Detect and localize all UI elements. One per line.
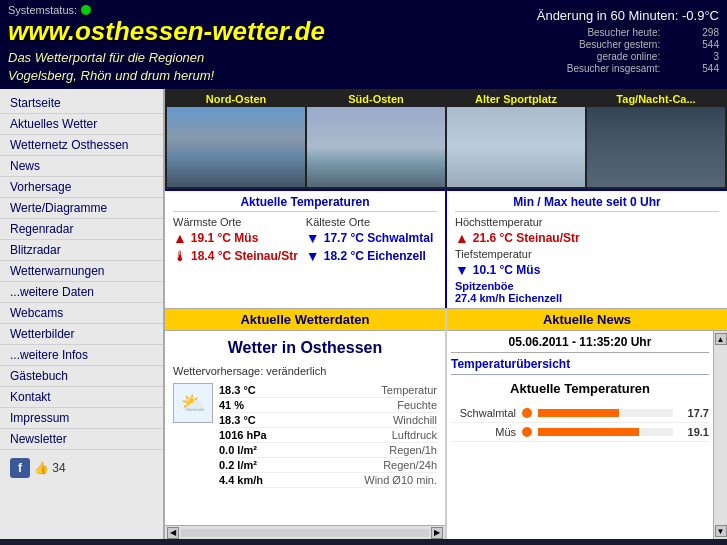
besucher-heute-label: Besucher heute: [537,27,660,38]
sidebar-item-vorhersage[interactable]: Vorhersage [0,177,163,198]
spitzenboee-row: Spitzenböe 27.4 km/h Eichenzell [455,280,719,304]
wetter-box-title: Aktuelle Wetterdaten [165,309,445,331]
news-date: 05.06.2011 - 11:35:20 Uhr [451,335,709,353]
scroll-up-btn[interactable]: ▲ [715,333,727,345]
sidebar-item-blitzradar[interactable]: Blitzradar [0,240,163,261]
stat-luftdruck-label: Luftdruck [392,429,437,441]
thermometer-cold-icon: ▼ [306,230,320,246]
tiefst-row: Tiefstemperatur [455,248,719,260]
hoechst-val-row: ▲ 21.6 °C Steinau/Str [455,230,719,246]
stat-regen1h-val: 0.0 l/m² [219,444,279,456]
scroll-right-btn[interactable]: ▶ [431,527,443,539]
tagline: Das Wetterportal für die Regionen Vogels… [8,49,214,85]
chart-place-schwalmtal: Schwalmtal [451,407,516,419]
horizontal-scrollbar[interactable]: ◀ ▶ [165,525,445,539]
webcam-sued-osten-label: Süd-Osten [348,91,404,107]
sidebar-item-wetternetz[interactable]: Wetternetz Osthessen [0,135,163,156]
scroll-track [181,529,429,537]
waermste-label: Wärmste Orte [173,216,298,228]
weather-stats: 18.3 °C Temperatur 41 % Feuchte 18.3 °C … [219,383,437,488]
webcam-tagnacht-label: Tag/Nacht-Ca... [616,91,695,107]
stat-regen24h-label: Regen/24h [383,459,437,471]
wetter-data-rows: ⛅ 18.3 °C Temperatur 41 % Feuchte [173,383,437,488]
sidebar-item-webcams[interactable]: Webcams [0,303,163,324]
tiefst-label: Tiefstemperatur [455,248,532,260]
thermometer-up-icon: ▲ [173,230,187,246]
hoechst-label: Höchsttemperatur [455,216,542,228]
chart-row-schwalmtal: Schwalmtal 17.7 [451,404,709,423]
webcam-strip: Nord-Osten Süd-Osten Alter Sportplatz Ta… [165,89,727,189]
chart-bar-schwalmtal [538,409,619,417]
spitzenboee-val: 27.4 km/h Eichenzell [455,292,562,304]
besucher-gestern-label: Besucher gestern: [537,39,660,50]
facebook-icon: f [10,458,30,478]
bottom-section: Aktuelle Wetterdaten Wetter in Osthessen… [165,309,727,539]
tiefst-val: 10.1 °C Müs [473,263,541,277]
webcam-sportplatz[interactable]: Alter Sportplatz [447,91,585,187]
spitzenboee-label: Spitzenböe [455,280,514,292]
stat-windchill-label: Windchill [393,414,437,426]
sidebar-item-impressum[interactable]: Impressum [0,408,163,429]
aktuelle-temperaturen: Aktuelle Temperaturen Wärmste Orte ▲ 19.… [165,191,447,308]
webcam-nord-osten[interactable]: Nord-Osten [167,91,305,187]
waermste1-val: 19.1 °C Müs [191,231,259,245]
sidebar-item-regenradar[interactable]: Regenradar [0,219,163,240]
chart-bar-schwalmtal-container [538,409,673,417]
chart-val-mues: 19.1 [679,426,709,438]
stat-temp-label: Temperatur [381,384,437,396]
sidebar-item-kontakt[interactable]: Kontakt [0,387,163,408]
stat-temp-val: 18.3 °C [219,384,279,396]
scroll-down-btn[interactable]: ▼ [715,525,727,537]
sidebar-item-weitere-daten[interactable]: ...weitere Daten [0,282,163,303]
aktuelle-temp-title: Aktuelle Temperaturen [173,195,437,212]
min-max-temperaturen: Min / Max heute seit 0 Uhr Höchsttempera… [447,191,727,308]
kaelteste-orte: Kälteste Orte ▼ 17.7 °C Schwalmtal ▼ 18.… [306,216,433,266]
webcam-tagnacht[interactable]: Tag/Nacht-Ca... [587,91,725,187]
hoechst-row: Höchsttemperatur [455,216,719,228]
temp-change: Änderung in 60 Minuten: -0.9°C [537,8,719,23]
stat-wind-label: Wind Ø10 min. [364,474,437,486]
chart-bar-mues [538,428,639,436]
sidebar-item-newsletter[interactable]: Newsletter [0,429,163,450]
sidebar-item-news[interactable]: News [0,156,163,177]
sidebar-item-startseite[interactable]: Startseite [0,93,163,114]
webcam-sportplatz-img [447,107,585,187]
thermometer-icon: 🌡 [173,248,187,264]
chart-dot-mues [522,427,532,437]
news-content: 05.06.2011 - 11:35:20 Uhr Temperaturüber… [447,331,713,539]
besucher-gestern-val: 544 [672,39,719,50]
visitor-stats: Besucher heute: 298 Besucher gestern: 54… [537,27,719,74]
chart-bar-mues-container [538,428,673,436]
sidebar-item-weitere-infos[interactable]: ...weitere Infos [0,345,163,366]
hoechst-val: 21.6 °C Steinau/Str [473,231,580,245]
sidebar-item-gaestebuch[interactable]: Gästebuch [0,366,163,387]
facebook-like[interactable]: f 👍 34 [0,450,163,486]
webcam-sued-osten[interactable]: Süd-Osten [307,91,445,187]
stat-regen24h-val: 0.2 l/m² [219,459,279,471]
site-title[interactable]: www.osthessen-wetter.de [8,16,325,47]
webcam-sportplatz-label: Alter Sportplatz [475,91,557,107]
tagline-line2: Vogelsberg, Rhön und drum herum! [8,68,214,83]
insgesamt-val: 544 [672,63,719,74]
wetter-main-title: Wetter in Osthessen [173,339,437,357]
tiefst-icon: ▼ [455,262,469,278]
waermste-orte: Wärmste Orte ▲ 19.1 °C Müs 🌡 18.4 °C Ste… [173,216,298,266]
wetter-box: Aktuelle Wetterdaten Wetter in Osthessen… [165,309,445,539]
kaelteste-label: Kälteste Orte [306,216,433,228]
news-scrollbar[interactable]: ▲ ▼ [713,331,727,539]
stat-feuchte: 41 % Feuchte [219,398,437,413]
webcam-tagnacht-img [587,107,725,187]
scroll-left-btn[interactable]: ◀ [167,527,179,539]
stat-regen1h-label: Regen/1h [389,444,437,456]
weather-icon: ⛅ [173,383,213,423]
stat-feuchte-val: 41 % [219,399,279,411]
chart-place-mues: Müs [451,426,516,438]
sidebar-item-wetterwarnungen[interactable]: Wetterwarnungen [0,261,163,282]
sidebar-item-wetterbilder[interactable]: Wetterbilder [0,324,163,345]
waermste2-row: 🌡 18.4 °C Steinau/Str [173,248,298,264]
stat-temperatur: 18.3 °C Temperatur [219,383,437,398]
sidebar-item-werte[interactable]: Werte/Diagramme [0,198,163,219]
kaelteste1-row: ▼ 17.7 °C Schwalmtal [306,230,433,246]
tagline-line1: Das Wetterportal für die Regionen [8,50,204,65]
sidebar-item-aktuelles-wetter[interactable]: Aktuelles Wetter [0,114,163,135]
